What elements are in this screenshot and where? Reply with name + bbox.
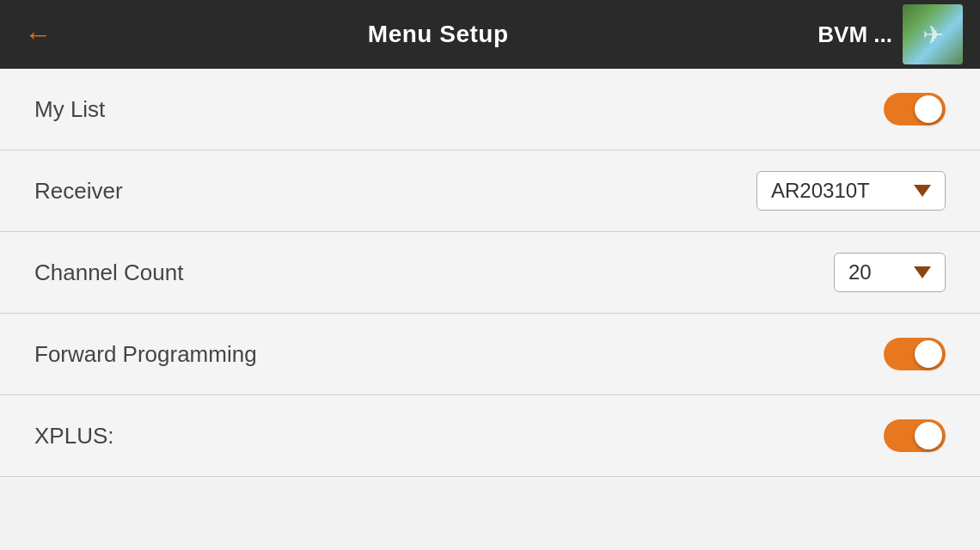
channel-count-dropdown[interactable]: 20 (834, 253, 946, 292)
back-button[interactable]: ← (17, 14, 58, 55)
xplus-toggle[interactable] (884, 419, 946, 452)
forward-programming-row: Forward Programming (0, 314, 980, 395)
xplus-toggle-knob (915, 422, 942, 449)
model-thumbnail[interactable] (903, 4, 963, 64)
channel-count-row: Channel Count 20 (0, 232, 980, 314)
forward-programming-label: Forward Programming (34, 341, 257, 368)
receiver-dropdown-value: AR20310T (771, 179, 870, 203)
receiver-row: Receiver AR20310T (0, 150, 980, 232)
xplus-label: XPLUS: (34, 423, 114, 449)
channel-count-dropdown-value: 20 (848, 260, 872, 284)
header: ← Menu Setup BVM ... (0, 0, 980, 69)
my-list-toggle-knob (915, 95, 942, 123)
forward-programming-toggle-knob (915, 340, 942, 368)
model-name: BVM ... (818, 21, 892, 48)
receiver-dropdown[interactable]: AR20310T (756, 171, 946, 211)
receiver-dropdown-arrow-icon (914, 185, 931, 197)
my-list-label: My List (34, 96, 105, 123)
settings-content: My List Receiver AR20310T Channel Count … (0, 69, 980, 550)
my-list-toggle[interactable] (884, 93, 946, 125)
my-list-row: My List (0, 69, 980, 150)
forward-programming-toggle[interactable] (884, 338, 946, 370)
page-title: Menu Setup (368, 21, 509, 48)
channel-count-dropdown-arrow-icon (914, 266, 931, 278)
xplus-row: XPLUS: (0, 395, 980, 477)
channel-count-label: Channel Count (34, 260, 183, 286)
thumbnail-image (903, 4, 963, 64)
receiver-label: Receiver (34, 178, 123, 205)
app-container: ← Menu Setup BVM ... My List Receiver AR… (0, 0, 980, 550)
header-right: BVM ... (818, 4, 963, 64)
